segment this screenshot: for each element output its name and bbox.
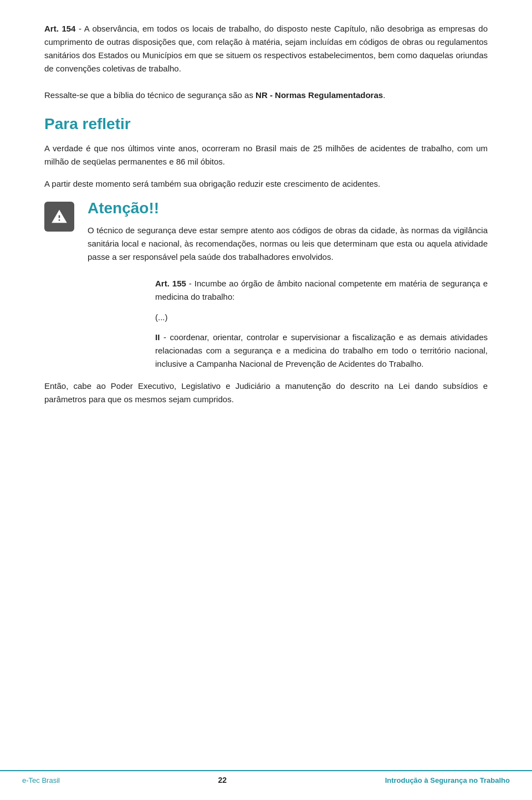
ressalte-text-after: . (383, 90, 385, 100)
art155-block: Art. 155 - Incumbe ao órgão de âmbito na… (155, 277, 488, 304)
art154-block: Art. 154 - A observância, em todos os lo… (44, 22, 488, 75)
para-refletir-para1: A verdade é que nos últimos vinte anos, … (44, 142, 488, 168)
atencao-section: Atenção!! O técnico de segurança deve es… (44, 199, 488, 264)
warning-icon (51, 208, 68, 225)
bottom-text: Então, cabe ao Poder Executivo, Legislat… (44, 380, 488, 406)
indented-block: Art. 155 - Incumbe ao órgão de âmbito na… (155, 277, 488, 371)
page: Art. 154 - A observância, em todos os lo… (0, 0, 532, 800)
art155-text: - Incumbe ao órgão de âmbito nacional co… (155, 279, 488, 301)
ellipsis-text: (...) (155, 312, 168, 322)
footer-left: e-Tec Brasil (22, 776, 60, 784)
main-content: Art. 154 - A observância, em todos os lo… (44, 22, 488, 406)
atencao-text: O técnico de segurança deve estar sempre… (88, 224, 488, 264)
item-ii-text: - coordenar, orientar, controlar e super… (155, 332, 488, 368)
ellipsis-block: (...) (155, 312, 488, 322)
footer-right: Introdução à Segurança no Trabalho (385, 776, 510, 784)
atencao-title: Atenção!! (88, 199, 488, 217)
art155-label: Art. 155 (155, 279, 186, 288)
atencao-icon-box (44, 202, 74, 232)
footer: e-Tec Brasil 22 Introdução à Segurança n… (0, 770, 532, 784)
ressalte-text-before: Ressalte-se que a bíblia do técnico de s… (44, 90, 255, 100)
art154-label: Art. 154 (44, 24, 75, 33)
atencao-content: Atenção!! O técnico de segurança deve es… (88, 199, 488, 264)
item-ii-block: II - coordenar, orientar, controlar e su… (155, 331, 488, 371)
art154-text: - A observância, em todos os locais de t… (44, 24, 488, 73)
footer-page-number: 22 (218, 776, 227, 784)
para-refletir-title: Para refletir (44, 115, 488, 133)
ressalte-bold: NR - Normas Regulamentadoras (255, 90, 383, 100)
para-refletir-para2: A partir deste momento será também sua o… (44, 177, 488, 191)
ressalte-block: Ressalte-se que a bíblia do técnico de s… (44, 89, 488, 102)
